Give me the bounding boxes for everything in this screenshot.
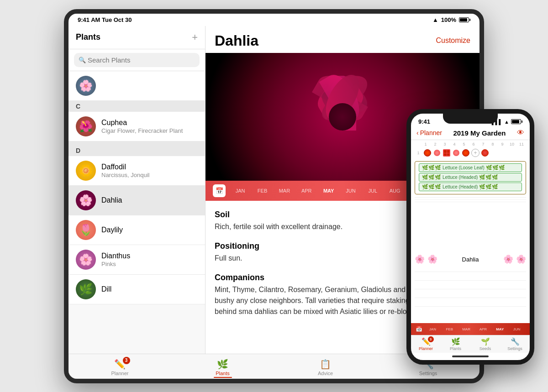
back-label: Planner (420, 129, 442, 136)
mini-may: MAY (491, 327, 508, 331)
mini-apr: APR (474, 327, 491, 331)
iphone-tab-planner[interactable]: 3 ✏️ Planner (411, 337, 441, 351)
list-item[interactable]: 🌸 Dianthus Pinks (68, 245, 205, 275)
iphone-settings-label: Settings (507, 346, 522, 351)
leaf-icon-right: 🌿🌿🌿 (479, 174, 498, 180)
iphone-device: 9:41 ▌▌▌ ▲ ‹ Planner 2019 My Garden 👁 (406, 109, 534, 365)
lettuce-label-2: Lettuce (Headed) (443, 175, 478, 180)
add-icon[interactable]: + (471, 149, 480, 157)
avatar: 🌸 (76, 250, 96, 270)
leaf-icon-right: 🌿🌿🌿 (486, 165, 505, 171)
col-num: 7 (479, 142, 488, 146)
avatar: 🌷 (76, 220, 96, 240)
month-apr: APR (295, 188, 317, 193)
iphone-tab-plants[interactable]: 🌿 Plants (441, 337, 470, 351)
month-jul: JUL (362, 188, 384, 193)
mini-jun: JUN (508, 327, 525, 331)
leaf-icon-right: 🌿🌿🌿 (479, 184, 498, 190)
iphone-tab-seeds[interactable]: 🌱 Seeds (470, 337, 500, 351)
iphone-planner-label: Planner (419, 346, 433, 351)
month-feb: FEB (251, 188, 273, 193)
plant-name: Cuphea (101, 119, 198, 127)
plant-subtitle: Cigar Flower, Firecracker Plant (101, 127, 198, 134)
col-num: 2 (431, 142, 440, 146)
garden-cell[interactable] (452, 148, 461, 157)
back-button[interactable]: ‹ Planner (416, 129, 442, 136)
dahlia-flower-2: 🌸 (427, 254, 437, 264)
planner-badge: 3 (123, 357, 130, 364)
planner-tab-label: Planner (111, 371, 129, 376)
list-item[interactable]: 🌷 Daylily (68, 215, 205, 245)
advice-tab-icon: 📋 (320, 359, 331, 370)
plant-subtitle: Narcissus, Jonquil (101, 172, 198, 178)
main-header: Dahlia Customize (206, 26, 480, 53)
garden-cell[interactable]: + (471, 148, 480, 157)
tab-advice[interactable]: 📋 Advice (274, 357, 377, 378)
garden-row-1: 1 + (411, 147, 530, 158)
mini-mar: MAR (458, 327, 475, 331)
list-item[interactable]: 🌺 Cuphea Cigar Flower, Firecracker Plant (68, 112, 205, 141)
home-bar (452, 355, 489, 357)
section-header-d: D (68, 145, 205, 156)
sidebar: Plants + 🌸 C 🌺 (68, 26, 206, 354)
garden-cells: + (423, 148, 526, 157)
lettuce-row-1: 🌿🌿🌿 Lettuce (Loose Leaf) 🌿🌿🌿 (419, 163, 522, 172)
column-numbers: 1 2 3 4 5 6 7 8 9 10 11 (421, 142, 526, 146)
iphone-body: 1 2 3 4 5 6 7 8 9 10 11 1 (411, 140, 530, 323)
list-item[interactable]: 🌼 Daffodil Narcissus, Jonquil (68, 156, 205, 186)
ipad-time: 9:41 AM Tue Oct 30 (78, 16, 132, 23)
garden-cell[interactable] (461, 148, 470, 157)
iphone-mini-calendar: 📅 JAN FEB MAR APR MAY JUN (411, 323, 530, 335)
plants-tab-label: Plants (216, 371, 230, 376)
lettuce-row-3: 🌿🌿🌿 Lettuce (Headed) 🌿🌿🌿 (419, 183, 522, 191)
iphone-tab-settings[interactable]: 🔧 Settings (500, 337, 530, 351)
dahlia-flower-4: 🌸 (516, 254, 526, 264)
home-indicator (411, 353, 530, 360)
month-may: MAY (317, 188, 339, 193)
grid-numbers-row: 1 2 3 4 5 6 7 8 9 10 11 (411, 140, 530, 147)
add-plant-button[interactable]: + (192, 31, 198, 43)
dahlia-garden-row: 🌸 🌸 Dahlia 🌸 🌸 (411, 251, 530, 268)
avatar: 🌼 (76, 161, 96, 181)
eye-icon[interactable]: 👁 (517, 129, 524, 137)
garden-cell[interactable] (423, 148, 432, 157)
garden-cell[interactable] (432, 148, 442, 157)
mini-jan: JAN (424, 327, 441, 331)
page-title: Dahlia (215, 32, 258, 49)
flower-icon (434, 150, 440, 156)
avatar: 🌿 (76, 279, 96, 299)
leaf-icon: 🌿🌿🌿 (422, 165, 441, 171)
tab-underline (214, 377, 232, 378)
garden-cell[interactable] (442, 148, 451, 157)
row-spacer (415, 142, 421, 146)
lettuce-label-1: Lettuce (Loose Leaf) (443, 165, 485, 170)
plant-name: Dahlia (101, 196, 198, 204)
list-item-dahlia[interactable]: 🌸 Dahlia (68, 186, 205, 215)
tab-plants[interactable]: 🌿 Plants (171, 357, 274, 378)
col-num: 8 (488, 142, 497, 146)
list-item[interactable]: 🌿 Dill (68, 275, 205, 304)
col-num: 10 (507, 142, 516, 146)
plant-name: Dill (101, 285, 198, 293)
flower-icon (453, 150, 459, 156)
iphone-settings-icon: 🔧 (511, 337, 520, 346)
iphone-tab-bar: 3 ✏️ Planner 🌿 Plants 🌱 Seeds 🔧 Settings (411, 335, 530, 353)
col-num: 6 (469, 142, 478, 146)
nav-title: 2019 My Garden (453, 129, 506, 137)
garden-cell[interactable] (480, 148, 490, 157)
tomato-icon (424, 149, 431, 157)
plant-name: Dianthus (101, 252, 198, 260)
customize-button[interactable]: Customize (436, 37, 470, 45)
leaf-icon: 🌿🌿🌿 (422, 174, 441, 180)
tab-planner[interactable]: 3 ✏️ Planner (68, 357, 171, 378)
search-bar (68, 49, 205, 71)
iphone-plants-icon: 🌿 (451, 337, 460, 346)
col-num: 3 (440, 142, 449, 146)
search-input[interactable] (74, 53, 200, 67)
iphone-planner-badge: 3 (428, 336, 434, 342)
col-num: 11 (517, 142, 526, 146)
list-item[interactable]: 🌸 (68, 71, 205, 101)
iphone-wifi-icon: ▲ (504, 119, 509, 125)
col-num: 1 (421, 142, 430, 146)
lettuce-section: 🌿🌿🌿 Lettuce (Loose Leaf) 🌿🌿🌿 🌿🌿🌿 Lettuce… (415, 161, 526, 194)
